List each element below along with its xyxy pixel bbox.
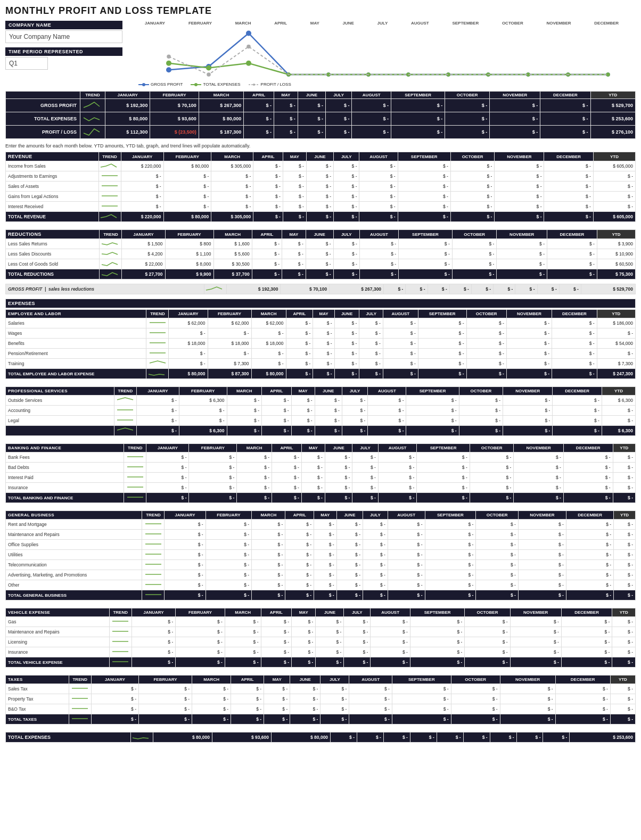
chart-months: JANUARYFEBRUARYMARCHAPRILMAYJUNEJULYAUGU… xyxy=(128,21,636,26)
svg-point-25 xyxy=(207,72,211,77)
table-row: Utilities $ -$ -$ -$ -$ -$ -$ -$ -$ -$ -… xyxy=(6,550,636,560)
table-row: Accounting $ -$ -$ -$ -$ -$ -$ -$ -$ -$ … xyxy=(6,406,636,416)
company-name-label: COMPANY NAME xyxy=(5,21,122,29)
table-row: Less Cost of Goods Sold $ 22,000$ 8,000$… xyxy=(6,259,636,269)
expenses-header-table: EXPENSES xyxy=(5,299,636,308)
reductions-table: REDUCTIONS TREND JANUARYFEBRUARYMARCHAPR… xyxy=(5,229,636,279)
gross-profit-row-table: GROSS PROFIT | sales less reductions $ 1… xyxy=(5,284,636,294)
svg-point-30 xyxy=(194,83,198,86)
table-row: Gas $ -$ -$ -$ -$ -$ -$ -$ -$ -$ -$ -$ -… xyxy=(6,617,636,627)
table-row: Bank Fees $ -$ -$ -$ -$ -$ -$ -$ -$ -$ -… xyxy=(6,452,636,463)
table-row: B&O Tax $ -$ -$ -$ -$ -$ -$ -$ -$ -$ -$ … xyxy=(6,704,636,714)
svg-point-24 xyxy=(167,55,171,59)
revenue-table: REVENUE TREND JANUARYFEBRUARYMARCHAPRILM… xyxy=(5,152,636,222)
svg-point-2 xyxy=(246,31,251,36)
total-banking-row: TOTAL BANKING AND FINANCE $ -$ -$ -$ -$ … xyxy=(6,493,636,503)
table-row: Training $ -$ 7,300$ -$ -$ -$ -$ -$ -$ -… xyxy=(6,359,636,369)
table-row: Sales Tax $ -$ -$ -$ -$ -$ -$ -$ -$ -$ -… xyxy=(6,684,636,694)
table-row: Legal $ -$ -$ -$ -$ -$ -$ -$ -$ -$ -$ -$… xyxy=(6,416,636,426)
table-row: Maintenance and Repairs $ -$ -$ -$ -$ -$… xyxy=(6,627,636,637)
time-period-label: TIME PERIOD REPRESENTED xyxy=(5,47,122,56)
table-row: Outside Services $ -$ 6,300$ -$ -$ -$ -$… xyxy=(6,396,636,406)
table-row: Advertising, Marketing, and Promotions $… xyxy=(6,570,636,580)
svg-point-0 xyxy=(166,67,171,72)
total-general-business-row: TOTAL GENERAL BUSINESS $ -$ -$ -$ -$ -$ … xyxy=(6,590,636,600)
table-row: Salaries $ 62,000$ 62,000$ 62,000$ -$ -$… xyxy=(6,318,636,328)
table-row: Benefits $ 18,000$ 18,000$ 18,000$ -$ -$… xyxy=(6,339,636,349)
employee-labor-table: EMPLOYEE AND LABOR TREND JANUARYFEBRUARY… xyxy=(5,309,636,379)
table-row: Gains from Legal Actions $ -$ -$ -$ -$ -… xyxy=(6,192,636,202)
svg-point-12 xyxy=(166,61,171,66)
total-employee-labor-row: TOTAL EMPLOYEE AND LABOR EXPENSE $ 80,00… xyxy=(6,369,636,379)
svg-point-26 xyxy=(246,45,251,49)
table-row: Other $ -$ -$ -$ -$ -$ -$ -$ -$ -$ -$ -$… xyxy=(6,580,636,590)
table-row: Interest Paid $ -$ -$ -$ -$ -$ -$ -$ -$ … xyxy=(6,473,636,483)
table-row: Rent and Mortgage $ -$ -$ -$ -$ -$ -$ -$… xyxy=(6,520,636,530)
professional-services-table: PROFESSIONAL SERVICES TREND JANUARYFEBRU… xyxy=(5,386,636,436)
table-row: Maintenance and Repairs $ -$ -$ -$ -$ -$… xyxy=(6,530,636,540)
summary-table: TREND JANUARYFEBRUARYMARCHAPRILMAYJUNEJU… xyxy=(5,91,636,139)
table-row: Telecommunication $ -$ -$ -$ -$ -$ -$ -$… xyxy=(6,560,636,570)
general-business-table: GENERAL BUSINESS TREND JANUARYFEBRUARYMA… xyxy=(5,510,636,600)
summary-total-expenses-row: TOTAL EXPENSES $ 80,000$ 93,600$ 80,000 … xyxy=(6,112,636,126)
main-chart xyxy=(128,27,636,80)
svg-point-28 xyxy=(142,83,145,86)
summary-gross-profit-row: GROSS PROFIT $ 192,300$ 70,100$ 267,300 … xyxy=(6,99,636,112)
time-period-input[interactable] xyxy=(5,57,48,70)
table-row: Sales of Assets $ -$ -$ -$ -$ -$ -$ -$ -… xyxy=(6,182,636,192)
total-professional-row: $ -$ 6,300$ -$ -$ -$ -$ -$ -$ -$ -$ -$ -… xyxy=(6,426,636,436)
table-row: Adjustments to Earnings $ -$ -$ -$ -$ -$… xyxy=(6,171,636,182)
svg-point-32 xyxy=(253,84,255,86)
page-title: MONTHLY PROFIT AND LOSS TEMPLATE xyxy=(5,5,636,17)
gross-profit-standalone-row: GROSS PROFIT | sales less reductions $ 1… xyxy=(6,284,636,294)
total-taxes-row: TOTAL TAXES $ -$ -$ -$ -$ -$ -$ -$ -$ -$… xyxy=(6,714,636,724)
table-row: Income from Sales $ 220,000$ 80,000$ 305… xyxy=(6,161,636,171)
banking-finance-table: BANKING AND FINANCE TREND JANUARYFEBRUAR… xyxy=(5,443,636,503)
table-row: Office Supplies $ -$ -$ -$ -$ -$ -$ -$ -… xyxy=(6,540,636,550)
chart-legend: GROSS PROFIT TOTAL EXPENSES PROFIT / LOS… xyxy=(128,82,636,87)
table-row: Insurance $ -$ -$ -$ -$ -$ -$ -$ -$ -$ -… xyxy=(6,483,636,493)
svg-point-14 xyxy=(246,61,251,66)
company-name-input[interactable] xyxy=(5,30,122,43)
svg-point-23 xyxy=(606,72,610,77)
table-row: Less Sales Returns $ 1,500$ 800$ 1,600$ … xyxy=(6,239,636,249)
table-row: Wages $ -$ -$ -$ -$ -$ -$ -$ -$ -$ -$ -$… xyxy=(6,328,636,339)
total-revenue-row: TOTAL REVENUE $ 220,000$ 80,000$ 305,000… xyxy=(6,212,636,222)
total-expenses-final-row: TOTAL EXPENSES $ 80,000$ 93,600$ 80,000$… xyxy=(6,732,636,743)
taxes-table: TAXES TREND JANUARYFEBRUARYMARCHAPRILMAY… xyxy=(5,675,636,724)
info-text: Enter the amounts for each month below. … xyxy=(5,143,636,149)
total-reductions-row: TOTAL REDUCTIONS $ 27,700$ 9,900$ 37,700… xyxy=(6,269,636,279)
vehicle-expense-table: VEHICLE EXPENSE TREND JANUARYFEBRUARYMAR… xyxy=(5,608,636,668)
table-row: Insurance $ -$ -$ -$ -$ -$ -$ -$ -$ -$ -… xyxy=(6,647,636,657)
table-row: Bad Debts $ -$ -$ -$ -$ -$ -$ -$ -$ -$ -… xyxy=(6,463,636,473)
summary-profit-loss-row: PROFIT / LOSS $ 112,300$ (23,500)$ 187,3… xyxy=(6,126,636,139)
table-row: Property Tax $ -$ -$ -$ -$ -$ -$ -$ -$ -… xyxy=(6,694,636,704)
table-row: Licensing $ -$ -$ -$ -$ -$ -$ -$ -$ -$ -… xyxy=(6,637,636,647)
table-row: Pension/Retirement $ -$ -$ -$ -$ -$ -$ -… xyxy=(6,349,636,359)
table-row: Less Sales Discounts $ 4,200$ 1,100$ 5,6… xyxy=(6,249,636,259)
svg-point-13 xyxy=(206,65,211,71)
total-expenses-final-table: TOTAL EXPENSES $ 80,000$ 93,600$ 80,000$… xyxy=(5,732,636,743)
table-row: Interest Received $ -$ -$ -$ -$ -$ -$ -$… xyxy=(6,202,636,212)
total-vehicle-row: TOTAL VEHICLE EXPENSE $ -$ -$ -$ -$ -$ -… xyxy=(6,657,636,668)
